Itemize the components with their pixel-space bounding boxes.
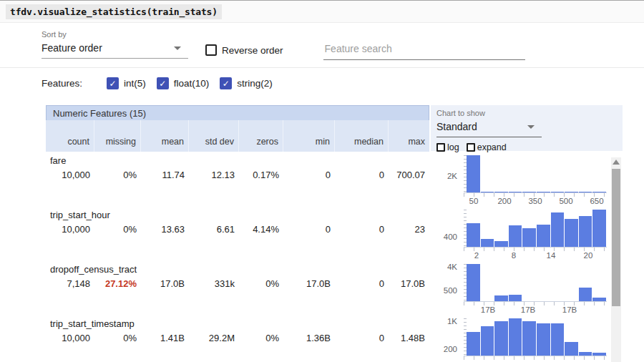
feature-name: dropoff_census_tract [46,264,429,275]
table-title: Numeric Features (15) [46,105,429,120]
table-column-headers: count missing mean std dev zeros min med… [46,120,429,152]
x-tick-label: 17B [481,305,495,314]
histogram-bar [551,323,565,356]
histogram-bar [481,326,494,356]
y-tick-label: 2K [447,172,457,180]
feature-stats: 10,000 0% 1.41B 29.2M 0% 1.36B 0 1.48B [46,333,429,344]
histogram-bar [481,239,494,247]
histogram-bar [565,219,578,247]
stat-count: 10,000 [46,224,94,235]
chevron-down-icon [174,47,181,50]
chart-type-select[interactable]: Standard [436,119,542,137]
stat-max: 17.0B [389,278,429,290]
tfdv-statistics-widget: tfdv.visualize_statistics(train_stats) S… [0,0,644,362]
x-axis-labels: 281420 [464,250,607,260]
filter-string[interactable]: ✓ string(2) [220,77,273,89]
histogram-bar [522,321,536,356]
reverse-order-label: Reverse order [222,45,283,56]
checkbox-checked-icon[interactable]: ✓ [107,77,119,89]
histogram-bar [467,223,480,247]
y-tick-label: 1K [447,317,457,326]
stat-missing: 0% [94,333,141,344]
chart-to-show-label: Chart to show [436,109,617,117]
stat-zeros: 4.14% [239,224,283,235]
stat-count: 10,000 [46,170,94,181]
histograms-list: 2K 50200350500650 400 [431,151,623,362]
x-tick-label: 350 [528,197,542,205]
stat-min: 1.36B [283,333,335,344]
scroll-up-icon[interactable] [613,160,620,165]
feature-search-field [323,41,525,60]
x-tick-label: 650 [590,197,603,205]
histogram-bars [467,210,607,247]
x-tick-label: 500 [559,197,572,205]
histogram-bars [467,318,607,356]
histogram-bar [467,264,480,301]
sort-by-select[interactable]: Feature order [42,41,188,59]
checkbox-checked-icon[interactable]: ✓ [157,77,169,89]
vertical-scrollbar[interactable] [611,157,621,362]
histogram-bar [565,342,578,356]
feature-search-input[interactable] [323,41,525,60]
checkmark-icon: ✓ [223,79,230,88]
reverse-order-checkbox[interactable]: Reverse order [205,44,283,56]
code-text[interactable]: tfdv.visualize_statistics(train_stats) [6,4,222,19]
stat-mean: 13.63 [141,224,189,235]
filter-float-label: float(10) [174,78,210,89]
stat-stddev: 29.2M [189,333,239,344]
y-axis-labels: 4K500 [431,264,462,301]
filter-int[interactable]: ✓ int(5) [107,77,146,89]
stat-stddev: 6.61 [189,224,239,235]
stat-missing: 0% [94,170,141,181]
stat-mean: 11.74 [141,170,189,181]
x-tick-label: 14 [547,251,556,260]
stat-zeros: 0% [239,278,283,290]
x-tick-label: 20 [584,251,593,260]
column-header-missing: missing [94,120,141,152]
y-tick-label: 200 [444,345,457,353]
stat-zeros: 0.17% [239,170,283,181]
histogram-dropoff-census-tract: 4K500 17B17B17B [431,260,623,314]
table-row: dropoff_census_tract 7,148 27.12% 17.0B … [46,260,429,315]
x-tick-label: 2 [474,251,479,260]
histogram-bar [467,155,480,192]
stat-missing: 0% [94,224,141,235]
stat-median: 0 [335,333,389,344]
x-axis-labels [464,359,607,362]
column-header-max: max [389,120,429,152]
histogram-bar [467,332,480,356]
histogram-bar [509,225,522,247]
sort-controls: Sort by Feature order Reverse order [0,23,644,66]
histogram-bar [579,216,592,247]
code-cell: tfdv.visualize_statistics(train_stats) [0,0,644,23]
checkbox-unchecked-icon[interactable] [205,44,217,56]
histogram-bar [537,225,550,247]
main-content: Numeric Features (15) count missing mean… [0,105,644,362]
x-tick-label: 17B [562,305,577,314]
plot-area: 17B17B17B [464,264,607,314]
table-row: fare 10,000 0% 11.74 12.13 0.17% 0 0 700… [46,152,429,206]
scrollbar-thumb[interactable] [612,169,620,306]
feature-type-filters: Features: ✓ int(5) ✓ float(10) ✓ string(… [0,68,644,92]
histogram-bar [522,228,536,247]
stat-stddev: 12.13 [189,170,239,181]
column-header-zeros: zeros [239,120,283,152]
stat-mean: 1.41B [141,333,189,344]
histogram-bar [592,210,606,247]
histogram-trip-start-timestamp: 1K200 [431,314,623,362]
x-tick-label: 8 [512,251,516,260]
stat-zeros: 0% [239,333,283,344]
column-header-median: median [335,120,389,152]
y-tick-label: 4K [447,263,457,271]
checkbox-checked-icon[interactable]: ✓ [220,77,232,89]
histogram-bars [467,155,607,192]
column-header-min: min [283,120,335,152]
histogram-bar [551,212,565,247]
filter-float[interactable]: ✓ float(10) [157,77,210,89]
checkmark-icon: ✓ [159,79,166,88]
stat-stddev: 331k [189,278,239,290]
histogram-bar [509,295,522,301]
column-header-stddev: std dev [189,120,239,152]
x-tick-label: 200 [497,197,511,205]
x-tick-label: 17B [521,305,535,314]
